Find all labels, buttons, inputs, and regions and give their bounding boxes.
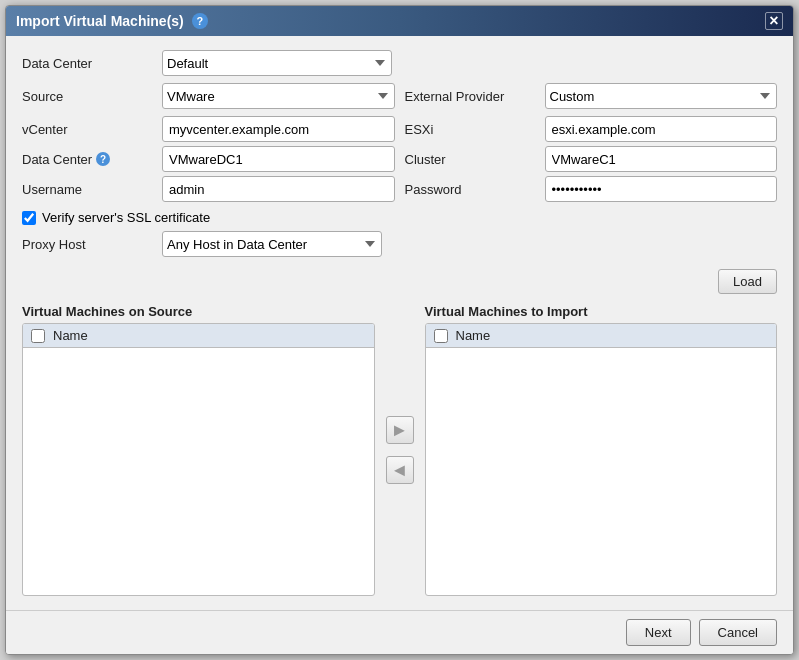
move-left-button[interactable]: ◄ <box>386 456 414 484</box>
vm-import-table: Name <box>425 323 778 596</box>
arrow-left-icon: ◄ <box>391 460 409 481</box>
dialog-content: Data Center Default Source VMware Extern… <box>6 36 793 610</box>
title-bar: Import Virtual Machine(s) ? × <box>6 6 793 36</box>
verify-ssl-checkbox[interactable] <box>22 211 36 225</box>
vm-import-panel: Virtual Machines to Import Name <box>425 304 778 596</box>
import-vm-dialog: Import Virtual Machine(s) ? × Data Cente… <box>5 5 794 655</box>
datacenter-input[interactable] <box>162 146 395 172</box>
dialog-footer: Next Cancel <box>6 610 793 654</box>
source-select[interactable]: VMware <box>162 83 395 109</box>
username-input[interactable] <box>162 176 395 202</box>
datacenter-help-icon[interactable]: ? <box>96 152 110 166</box>
data-center-wrapper: Default <box>162 50 392 76</box>
external-provider-select[interactable]: Custom <box>545 83 778 109</box>
cluster-input[interactable] <box>545 146 778 172</box>
next-button[interactable]: Next <box>626 619 691 646</box>
title-help-icon[interactable]: ? <box>192 13 208 29</box>
source-label: Source <box>22 89 152 104</box>
vm-section: Virtual Machines on Source Name ► ◄ <box>22 304 777 596</box>
verify-ssl-row: Verify server's SSL certificate <box>22 210 777 225</box>
vm-source-body <box>23 348 374 548</box>
datacenter-label: Data Center ? <box>22 152 152 167</box>
proxy-host-label: Proxy Host <box>22 231 152 257</box>
arrow-right-icon: ► <box>391 420 409 441</box>
vm-import-title: Virtual Machines to Import <box>425 304 778 319</box>
vm-import-select-all[interactable] <box>434 329 448 343</box>
vm-import-body <box>426 348 777 548</box>
esxi-input[interactable] <box>545 116 778 142</box>
external-provider-wrapper: Custom <box>545 83 778 109</box>
proxy-host-wrapper: Any Host in Data Center <box>162 231 382 257</box>
password-label: Password <box>405 182 535 197</box>
vcenter-input[interactable] <box>162 116 395 142</box>
arrow-panel: ► ◄ <box>375 304 425 596</box>
vm-source-title: Virtual Machines on Source <box>22 304 375 319</box>
vm-source-select-all[interactable] <box>31 329 45 343</box>
vm-source-name-col: Name <box>53 328 88 343</box>
vm-import-header: Name <box>426 324 777 348</box>
verify-ssl-label: Verify server's SSL certificate <box>42 210 210 225</box>
close-button[interactable]: × <box>765 12 783 30</box>
proxy-host-select[interactable]: Any Host in Data Center <box>162 231 382 257</box>
vm-source-header: Name <box>23 324 374 348</box>
esxi-label: ESXi <box>405 122 535 137</box>
data-center-select[interactable]: Default <box>162 50 392 76</box>
move-right-button[interactable]: ► <box>386 416 414 444</box>
data-center-label: Data Center <box>22 50 152 76</box>
vm-import-name-col: Name <box>456 328 491 343</box>
cancel-button[interactable]: Cancel <box>699 619 777 646</box>
dialog-title: Import Virtual Machine(s) <box>16 13 184 29</box>
title-bar-left: Import Virtual Machine(s) ? <box>16 13 208 29</box>
source-wrapper: VMware <box>162 83 395 109</box>
load-button[interactable]: Load <box>718 269 777 294</box>
external-provider-label: External Provider <box>405 89 535 104</box>
username-label: Username <box>22 182 152 197</box>
vm-source-panel: Virtual Machines on Source Name <box>22 304 375 596</box>
vm-source-table: Name <box>22 323 375 596</box>
proxy-host-row: Proxy Host Any Host in Data Center <box>22 231 777 257</box>
vcenter-label: vCenter <box>22 122 152 137</box>
cluster-label: Cluster <box>405 152 535 167</box>
load-row: Load <box>22 269 777 294</box>
password-input[interactable] <box>545 176 778 202</box>
